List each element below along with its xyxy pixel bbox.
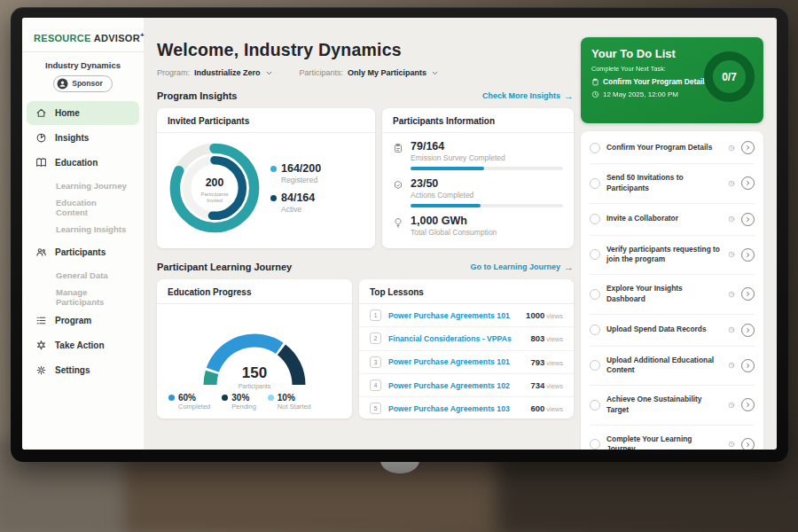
sidebar-item-insights[interactable]: Insights [27, 126, 139, 150]
home-icon [35, 107, 47, 119]
todo-task-row[interactable]: Achieve One Sustainability Target [590, 386, 755, 426]
todo-task-row[interactable]: Upload Additional Educational Content [590, 347, 755, 387]
legend-value: 164/200 [281, 162, 321, 175]
todo-task-row[interactable]: Verify participants requesting to join t… [590, 236, 755, 276]
task-checkbox[interactable] [590, 400, 600, 411]
donut-legend-entry: 164/200Registered [270, 162, 321, 184]
task-clock-icon [728, 326, 735, 333]
org-name: Industry Dynamics [22, 60, 144, 70]
sidebar-item-manage-participants[interactable]: Manage Participants [27, 287, 139, 309]
lesson-link[interactable]: Power Purchase Agreements 103 [388, 404, 523, 413]
sidebar-item-label: Take Action [55, 340, 105, 350]
info-value: 23/50 [411, 177, 563, 190]
chevron-down-icon [431, 69, 439, 77]
go-to-learning-journey-link[interactable]: Go to Learning Journey [470, 262, 574, 272]
task-clock-icon [728, 251, 735, 258]
task-clock-icon [728, 291, 735, 298]
sponsor-badge[interactable]: Sponsor [53, 75, 112, 92]
task-open-button[interactable] [741, 398, 755, 411]
task-open-button[interactable] [741, 324, 755, 337]
bulb-icon [393, 217, 403, 228]
top-lessons-card: Top Lessons 1Power Purchase Agreements 1… [359, 279, 574, 419]
sidebar-item-home[interactable]: Home [27, 101, 139, 125]
todo-panel: Your To Do List Complete Your Next Task:… [581, 37, 763, 450]
todo-task-row[interactable]: Send 50 Invitations to Participants [590, 164, 755, 204]
program-filter[interactable]: Program: Industrialize Zero [157, 68, 273, 77]
sidebar-item-program[interactable]: Program [27, 309, 139, 332]
photo-background: RESOURCE ADVISOR+ Industry Dynamics Spon… [0, 0, 798, 532]
views-suffix: views [546, 335, 563, 343]
legend-dot-icon [168, 395, 175, 401]
todo-task-row[interactable]: Explore Your Insights Dashboard [590, 275, 755, 315]
task-checkbox[interactable] [590, 360, 600, 371]
sidebar-item-general-data[interactable]: General Data [27, 265, 139, 286]
info-label: Total Global Consumption [411, 228, 563, 237]
lesson-row: 5Power Purchase Agreements 103600views [359, 397, 574, 419]
sidebar-item-learning-journey[interactable]: Learning Journey [27, 176, 139, 197]
task-clock-icon [728, 362, 735, 369]
task-open-button[interactable] [741, 248, 755, 262]
task-open-button[interactable] [741, 141, 755, 154]
logo-resource: RESOURCE [34, 33, 91, 43]
task-label: Confirm Your Program Details [606, 143, 722, 153]
program-filter-label: Program: [157, 68, 190, 77]
gauge-segment-not-started [210, 372, 212, 385]
legend-label: Active [281, 205, 321, 214]
lesson-row: 1Power Purchase Agreements 1011000views [359, 304, 574, 327]
task-open-button[interactable] [741, 287, 755, 301]
task-checkbox[interactable] [590, 178, 600, 189]
sidebar-item-take-action[interactable]: Take Action [27, 333, 139, 357]
logo-plus: + [140, 31, 145, 39]
sidebar-item-education[interactable]: Education [27, 151, 139, 175]
lesson-link[interactable]: Financial Considerations - VPPAs [388, 334, 523, 343]
legend-percent: 10% [278, 393, 295, 403]
task-open-button[interactable] [741, 176, 755, 190]
sidebar-item-participants[interactable]: Participants [27, 240, 139, 264]
sidebar-item-education-content[interactable]: Education Content [27, 197, 139, 218]
lesson-row: 3Power Purchase Agreements 101793views [359, 351, 574, 374]
task-checkbox[interactable] [590, 214, 600, 224]
sidebar-item-label: Settings [55, 365, 90, 375]
sidebar-item-settings[interactable]: Settings [27, 358, 139, 382]
main-content: Welcome, Industry Dynamics Program: Indu… [157, 18, 574, 419]
task-checkbox[interactable] [590, 325, 600, 335]
info-row: 23/50Actions Completed [382, 170, 574, 207]
check-more-insights-link[interactable]: Check More Insights [482, 90, 574, 101]
lesson-link[interactable]: Power Purchase Agreements 102 [388, 381, 523, 390]
task-checkbox[interactable] [590, 439, 600, 450]
lesson-views: 600views [530, 403, 563, 413]
lesson-link[interactable]: Power Purchase Agreements 101 [388, 311, 519, 320]
todo-task-row[interactable]: Complete Your Learning Journey [590, 426, 755, 450]
invited-participants-card: Invited Participants 200 Participants In… [157, 108, 375, 248]
progress-bar [411, 167, 563, 170]
divider [22, 51, 144, 52]
todo-task-row[interactable]: Upload Spend Data Records [590, 315, 755, 347]
task-checkbox[interactable] [590, 289, 600, 300]
settings-icon [35, 364, 47, 376]
sidebar-item-label: Home [55, 108, 80, 118]
todo-progress-ring: 0/7 [704, 51, 755, 102]
lesson-row: 2Financial Considerations - VPPAs803view… [359, 327, 574, 350]
app-logo: RESOURCE ADVISOR+ [34, 31, 144, 43]
task-checkbox[interactable] [590, 143, 600, 153]
participants-filter[interactable]: Participants: Only My Participants [300, 68, 440, 77]
legend-dot-icon [222, 395, 228, 401]
info-label: Emission Survey Completed [411, 153, 563, 162]
info-rows: 79/164Emission Survey Completed23/50Acti… [382, 133, 574, 237]
todo-task-row[interactable]: Invite a Collaborator [590, 204, 755, 236]
take-action-icon [35, 340, 47, 351]
task-clock-icon [728, 180, 735, 187]
task-open-button[interactable] [741, 438, 755, 450]
lesson-views: 793views [530, 357, 563, 367]
task-open-button[interactable] [741, 213, 755, 226]
gauge-legend: 60%Completed30%Pending10%Not Started [157, 393, 352, 411]
task-clock-icon [728, 215, 735, 223]
lesson-link[interactable]: Power Purchase Agreements 101 [388, 357, 523, 366]
sidebar-item-learning-insights[interactable]: Learning Insights [27, 219, 139, 240]
task-open-button[interactable] [741, 359, 755, 372]
task-checkbox[interactable] [590, 249, 600, 260]
task-label: Upload Additional Educational Content [606, 356, 722, 377]
todo-task-row[interactable]: Confirm Your Program Details [590, 132, 755, 164]
info-row: 1,000 GWhTotal Global Consumption [382, 207, 574, 237]
sidebar-nav: HomeInsightsEducationLearning JourneyEdu… [22, 101, 144, 383]
